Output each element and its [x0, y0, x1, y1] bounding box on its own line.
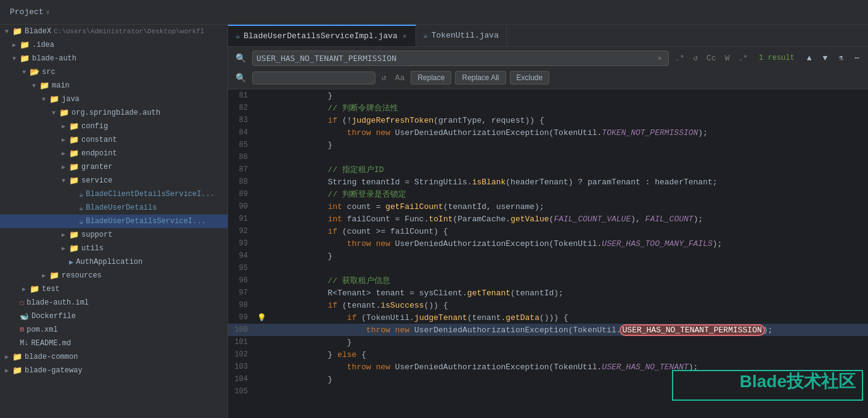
sidebar-item-dockerfile[interactable]: 🐋 Dockerfile: [0, 309, 227, 323]
code-line-105: 105: [228, 385, 868, 398]
pom-label: pom.xml: [27, 326, 57, 334]
line-num-102: 102: [228, 350, 255, 359]
search-input[interactable]: [256, 54, 652, 63]
filter-btn[interactable]: ⚗: [835, 51, 847, 65]
code-line-84: 84 throw new UserDeniedAuthorizationExce…: [228, 126, 868, 139]
config-arrow-icon: ▶: [59, 123, 68, 130]
code-line-91: 91 int failCount = Func.toInt(ParamCache…: [228, 213, 868, 225]
line-content-88: String tenantId = StringUtils.isBlank(he…: [268, 178, 868, 187]
resources-folder-icon: 📁: [49, 271, 59, 281]
replace-case-btn[interactable]: Aa: [393, 72, 407, 84]
line-content-99: if (TokenUtil.judgeTenant(tenant.getData…: [268, 313, 868, 322]
pom-icon: m: [20, 326, 24, 334]
readme-label: README.md: [31, 339, 71, 348]
sidebar-root[interactable]: ▼ 📁 BladeX C:\Users\Administrator\Deskto…: [0, 25, 227, 38]
code-line-96: 96 // 获取租户信息: [228, 274, 868, 287]
line-content-86: [268, 153, 868, 162]
sidebar-item-idea[interactable]: ▶ 📁 .idea: [0, 38, 227, 52]
project-label: Project: [10, 7, 44, 17]
sidebar-item-config[interactable]: ▶ 📁 config: [0, 120, 227, 133]
dot-btn[interactable]: .*: [736, 52, 751, 64]
sidebar-item-blade-user-details[interactable]: ☕ BladeUserDetails: [0, 201, 227, 215]
blade-auth-arrow-icon: ▼: [10, 55, 18, 62]
line-num-100: 100: [228, 326, 255, 334]
sidebar-item-blade-auth-iml[interactable]: ☐ blade-auth.iml: [0, 296, 227, 309]
line-content-81: }: [268, 91, 868, 100]
line-num-97: 97: [228, 289, 255, 297]
project-title[interactable]: Project ∨: [5, 7, 55, 17]
readme-icon: M↓: [20, 339, 28, 348]
code-line-86: 86: [228, 151, 868, 163]
replace-input[interactable]: [256, 73, 371, 83]
code-line-100: 100 throw new UserDeniedAuthorizationExc…: [228, 324, 868, 336]
sidebar-item-blade-user-details-impl[interactable]: ☕ BladeUserDetailsServiceI...: [0, 215, 227, 228]
sidebar-item-blade-gateway[interactable]: ▶ 📁 blade-gateway: [0, 364, 227, 377]
sidebar-item-endpoint[interactable]: ▶ 📁 endpoint: [0, 147, 227, 160]
line-content-97: R<Tenant> tenant = sysClient.getTenant(t…: [268, 289, 868, 298]
replace-icon-btn[interactable]: 🔍: [233, 72, 248, 84]
sidebar-item-blade-auth[interactable]: ▼ 📁 blade-auth: [0, 52, 227, 65]
support-folder-icon: 📁: [69, 230, 79, 240]
code-line-88: 88 String tenantId = StringUtils.isBlank…: [228, 176, 868, 188]
blade-gateway-arrow-icon: ▶: [2, 367, 11, 374]
prev-result-btn[interactable]: ▲: [803, 52, 816, 65]
sidebar-item-java[interactable]: ▼ 📁 java: [0, 92, 227, 106]
blade-user-details-java-icon: ☕: [79, 203, 83, 213]
sidebar-item-test[interactable]: ▶ 📁 test: [0, 282, 227, 296]
root-path: C:\Users\Administrator\Desktop\workfl: [54, 28, 204, 35]
sidebar-item-org[interactable]: ▼ 📁 org.springblade.auth: [0, 106, 227, 120]
line-content-104: }: [268, 375, 868, 384]
line-num-83: 83: [228, 116, 255, 125]
sidebar-item-main[interactable]: ▼ 📁 main: [0, 79, 227, 92]
test-label: test: [42, 285, 60, 293]
java-folder-icon: 📁: [49, 94, 59, 104]
line-content-82: // 判断令牌合法性: [268, 102, 868, 113]
iml-label: blade-auth.iml: [27, 298, 89, 307]
word-btn[interactable]: W: [723, 52, 732, 64]
sidebar-item-granter[interactable]: ▶ 📁 granter: [0, 160, 227, 174]
regex-toggle-btn[interactable]: .*: [673, 52, 687, 64]
code-editor[interactable]: 81 } 82 // 判断令牌合法性 83 if (!judgeRefreshT…: [228, 89, 868, 418]
sidebar-item-blade-common[interactable]: ▶ 📁 blade-common: [0, 350, 227, 364]
src-folder-icon: 📂: [30, 67, 39, 77]
resources-arrow-icon: ▶: [39, 272, 48, 279]
sidebar-item-service[interactable]: ▼ 📁 service: [0, 174, 227, 187]
sidebar-item-constant[interactable]: ▶ 📁 constant: [0, 133, 227, 147]
code-line-102: 102 } else {: [228, 348, 868, 361]
line-content-100: throw new UserDeniedAuthorizationExcepti…: [268, 324, 868, 336]
line-num-103: 103: [228, 363, 255, 371]
more-options-btn[interactable]: ⋯: [851, 51, 863, 65]
line-num-86: 86: [228, 153, 255, 162]
sidebar-item-support[interactable]: ▶ 📁 support: [0, 228, 227, 242]
sidebar: ▼ 📁 BladeX C:\Users\Administrator\Deskto…: [0, 25, 228, 418]
replace-regex-btn[interactable]: ↺: [379, 72, 389, 84]
sidebar-item-auth-app[interactable]: ▶ AuthApplication: [0, 255, 227, 269]
code-line-92: 92 if (count >= failCount) {: [228, 225, 868, 237]
tab-blade-user-details-service-impl[interactable]: ☕ BladeUserDetailsServiceImpl.java ✕: [228, 25, 416, 47]
exclude-button[interactable]: Exclude: [510, 71, 550, 84]
replace-button[interactable]: Replace: [411, 71, 451, 84]
line-num-94: 94: [228, 252, 255, 260]
sidebar-item-resources[interactable]: ▶ 📁 resources: [0, 269, 227, 282]
case-sensitive-btn[interactable]: Cc: [704, 52, 719, 64]
project-chevron-icon: ∨: [46, 9, 50, 16]
tab-token-util[interactable]: ☕ TokenUtil.java: [416, 25, 507, 47]
tab-bar: ☕ BladeUserDetailsServiceImpl.java ✕ ☕ T…: [228, 25, 868, 47]
search-clear-btn[interactable]: ✕: [655, 52, 664, 64]
sidebar-item-blade-client[interactable]: ☕ BladeClientDetailsServiceI...: [0, 187, 227, 201]
next-result-btn[interactable]: ▼: [819, 52, 832, 65]
sidebar-item-utils[interactable]: ▶ 📁 utils: [0, 242, 227, 255]
java-label: java: [62, 95, 80, 104]
support-label: support: [81, 231, 112, 239]
replace-all-button[interactable]: Replace All: [455, 71, 506, 84]
editor-area: ☕ BladeUserDetailsServiceImpl.java ✕ ☕ T…: [228, 25, 868, 418]
org-arrow-icon: ▼: [49, 110, 58, 117]
sidebar-item-readme[interactable]: M↓ README.md: [0, 337, 227, 350]
sidebar-item-src[interactable]: ▼ 📂 src: [0, 65, 227, 79]
sidebar-item-pom[interactable]: m pom.xml: [0, 323, 227, 337]
line-num-101: 101: [228, 338, 255, 346]
search-icon-btn[interactable]: 🔍: [233, 52, 248, 65]
line-num-98: 98: [228, 301, 255, 309]
refresh-btn[interactable]: ↺: [690, 52, 700, 64]
tab-close-1[interactable]: ✕: [401, 31, 408, 41]
